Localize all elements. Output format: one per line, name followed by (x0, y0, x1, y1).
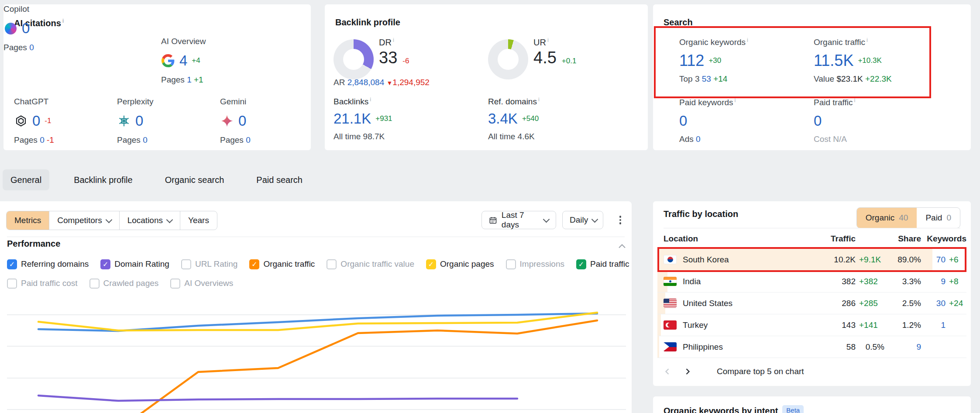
table-row[interactable]: Philippines 58 0.5% 9 (657, 336, 966, 358)
ref-domains-block: Ref. domainsi 3.4K +540 All time 4.6K (488, 96, 540, 141)
paid-traffic-value[interactable]: 0 (814, 113, 822, 129)
info-icon[interactable]: i (547, 37, 549, 43)
value-amount: $23.1K (836, 74, 863, 83)
metric-checkbox[interactable]: Organic traffic (249, 259, 315, 269)
granularity-dropdown[interactable]: Daily (562, 211, 603, 229)
checkbox-icon (100, 259, 110, 269)
organic-toggle[interactable]: Organic 40 (857, 208, 917, 228)
info-icon[interactable]: i (867, 37, 868, 43)
next-page-button chevron-right-icon[interactable] (684, 368, 691, 375)
top3-delta: +14 (713, 74, 727, 83)
info-icon[interactable]: i (370, 96, 371, 103)
metric-toggles-row-1: Referring domains Domain Rating URL Rati… (7, 259, 629, 269)
location-table: South Korea 10.2K +9.1K 89.0% 70 +6 Indi… (657, 249, 966, 358)
ads-value[interactable]: 0 (696, 134, 701, 144)
years-button[interactable]: Years (180, 211, 217, 230)
ai-citations-card: AI citationsi AI Overview (3, 4, 311, 150)
checkbox-icon (7, 259, 17, 269)
prev-page-button chevron-left-icon[interactable] (664, 368, 671, 375)
traffic-by-location-panel: Traffic by location Organic 40 Paid 0 Lo… (653, 201, 971, 386)
info-icon[interactable]: i (735, 97, 736, 103)
metric-checkbox[interactable]: Paid traffic cost (7, 279, 78, 289)
traffic-value: 10.2K (814, 255, 856, 265)
keywords-value[interactable]: 9 (884, 342, 921, 352)
overview-panel: Metrics Competitors Locations Years Last… (0, 201, 632, 413)
gemini-icon (220, 114, 234, 128)
table-row[interactable]: South Korea 10.2K +9.1K 89.0% 70 +6 (657, 249, 966, 271)
col-keywords: Keywords (921, 234, 966, 244)
organic-keywords-value[interactable]: 112 (679, 52, 704, 70)
chatgpt-icon (14, 114, 28, 128)
keywords-value[interactable]: 30 (921, 299, 946, 308)
pages-value[interactable]: 0 (143, 135, 148, 145)
keywords-value[interactable]: 1 (921, 320, 946, 330)
share-value: 3.3% (884, 277, 921, 286)
dr-gauge (334, 39, 374, 79)
country-flag-icon (664, 299, 677, 308)
date-range-label: Last 7 days (502, 210, 540, 230)
metric-label: Organic pages (440, 259, 494, 269)
keywords-value[interactable]: 70 (921, 255, 946, 265)
chevron-down-icon (166, 216, 173, 223)
metric-checkbox[interactable]: Domain Rating (100, 259, 169, 269)
section-tab[interactable]: General (3, 169, 49, 190)
info-icon[interactable]: i (854, 97, 855, 103)
pages-value[interactable]: 0 (29, 43, 34, 52)
table-row[interactable]: United States 286 +285 2.5% 30 +24 (657, 293, 966, 314)
section-tab[interactable]: Backlink profile (66, 169, 141, 190)
panel-title: Traffic by location (664, 209, 738, 219)
country-flag-icon (664, 320, 677, 330)
tab-label: Organic search (165, 175, 224, 185)
ar-row: AR 2,848,084 ▼1,294,952 (334, 78, 430, 87)
ref-domains-value[interactable]: 3.4K (488, 110, 518, 127)
pages-value[interactable]: 0 (246, 135, 251, 145)
perplexity-icon (117, 114, 131, 128)
pages-delta: +1 (194, 75, 203, 84)
ar-value[interactable]: 2,848,084 (347, 78, 385, 87)
table-row[interactable]: India 382 +382 3.3% 9 +8 (657, 271, 966, 293)
col-location: Location (657, 234, 814, 244)
competitors-dropdown[interactable]: Competitors (49, 211, 119, 230)
traffic-value: 382 (814, 277, 856, 286)
metric-checkbox[interactable]: Organic pages (426, 259, 494, 269)
pages-value[interactable]: 0 (40, 135, 45, 145)
ar-label: AR (334, 78, 345, 87)
locations-dropdown[interactable]: Locations (119, 211, 180, 230)
metric-checkbox[interactable]: Paid traffic (576, 259, 629, 269)
divider (7, 237, 625, 237)
metric-checkbox[interactable]: AI Overviews (170, 279, 233, 289)
metric-checkbox[interactable]: URL Rating (181, 259, 238, 269)
metric-checkbox[interactable]: Crawled pages (89, 279, 159, 289)
metrics-button[interactable]: Metrics (7, 211, 49, 230)
compare-top5-link[interactable]: Compare top 5 on chart (717, 367, 804, 376)
search-card: Search Organic keywordsi 112 +30 Top 3 5… (653, 4, 971, 150)
ai-citations-value: 0 (32, 113, 40, 129)
keywords-by-intent-card: Organic keywords by intentBeta (653, 396, 971, 413)
date-range-picker[interactable]: Last 7 days (481, 211, 556, 229)
info-icon[interactable]: i (747, 37, 748, 43)
keywords-delta: +24 (946, 299, 966, 308)
section-tab[interactable]: Paid search (248, 169, 310, 190)
more-options-button[interactable] (615, 214, 626, 226)
organic-traffic-value[interactable]: 11.5K (814, 52, 853, 70)
pages-value[interactable]: 1 (187, 75, 192, 84)
location-name: Turkey (683, 320, 708, 330)
metric-checkbox[interactable]: Impressions (506, 259, 564, 269)
table-row[interactable]: Turkey 143 +141 1.2% 1 (657, 314, 966, 336)
metric-checkbox[interactable]: Referring domains (7, 259, 89, 269)
checkbox-icon (327, 259, 337, 269)
chevron-down-icon (105, 216, 112, 223)
collapse-section-button[interactable] (619, 242, 626, 250)
info-icon[interactable]: i (393, 37, 394, 43)
info-icon[interactable]: i (538, 96, 540, 103)
ai-citations-delta: +4 (192, 56, 200, 65)
keywords-value[interactable]: 9 (921, 277, 946, 286)
top3-value[interactable]: 53 (702, 74, 711, 83)
paid-keywords-value[interactable]: 0 (679, 113, 687, 129)
section-tab[interactable]: Organic search (157, 169, 232, 190)
paid-toggle[interactable]: Paid 0 (917, 208, 960, 228)
tab-label: Backlink profile (74, 175, 133, 185)
metric-checkbox[interactable]: Organic traffic value (327, 259, 414, 269)
paid-traffic-label: Paid traffic (814, 98, 853, 107)
backlinks-value[interactable]: 21.1K (334, 110, 371, 127)
